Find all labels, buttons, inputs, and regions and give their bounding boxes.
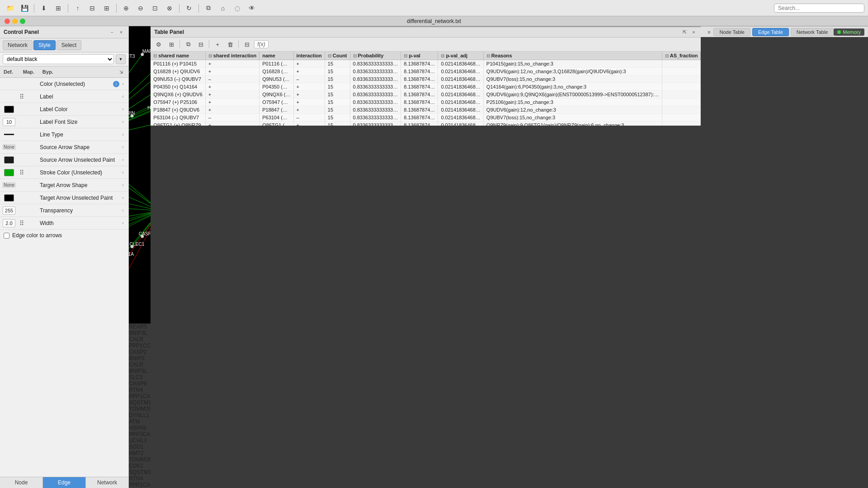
tt-add-icon[interactable]: + — [212, 39, 223, 50]
prop-arrow-source[interactable]: ‹ — [119, 145, 127, 150]
info-icon-color[interactable]: i — [113, 81, 119, 87]
svg-text:MAF: MAF — [142, 49, 151, 54]
bottom-tab-network[interactable]: Network — [86, 477, 128, 488]
tab-network[interactable]: Network — [3, 40, 33, 50]
import-icon[interactable]: ⬇ — [38, 2, 50, 14]
tt-function[interactable]: f(x) — [254, 40, 268, 48]
cell-prob: 0.8336333333333… — [350, 60, 401, 68]
table-row[interactable]: Q86TG1 (+) Q9NRZ9 + Q86TG1 (… + 15 0.833… — [151, 122, 701, 126]
zoom-out-icon[interactable]: ⊖ — [134, 2, 147, 14]
target-paint-swatch[interactable] — [4, 194, 14, 202]
zoom-fit-icon[interactable]: ⊡ — [149, 2, 161, 14]
network-table-tab[interactable]: Network Table — [791, 28, 834, 36]
cell-shared-int: – — [205, 114, 259, 122]
search-input[interactable] — [774, 4, 864, 13]
prop-arrow-target[interactable]: ‹ — [119, 183, 127, 188]
network-canvas[interactable]: TAF12 NHP50 CDC27 NCL TBP ETS1 MAF SDIT3… — [129, 26, 151, 324]
prop-arrow-label[interactable]: ‹ — [119, 94, 127, 99]
grid-icon[interactable]: ⊟ — [86, 2, 99, 14]
col-shared-name[interactable]: ⊟ shared name — [151, 52, 205, 60]
source-paint-swatch[interactable] — [4, 156, 14, 164]
refresh-icon[interactable]: ↻ — [183, 2, 195, 14]
close-panel-icon[interactable]: × — [118, 28, 125, 36]
save-icon[interactable]: 💾 — [18, 2, 31, 14]
col-count[interactable]: ⊟ Count — [325, 52, 350, 60]
zoom-in-icon[interactable]: ⊕ — [120, 2, 132, 14]
prop-arrow-width[interactable]: ‹ — [119, 221, 127, 225]
edge-table: ⊟ shared name ⊟ shared interaction — [151, 52, 701, 126]
table-row[interactable]: Q16828 (+) Q9UDV6 + Q16828 (… + 15 0.833… — [151, 68, 701, 75]
col-pval-adj[interactable]: ⊟ p-val_adj — [438, 52, 483, 60]
table-row[interactable]: P04350 (+) Q14164 + P04350 (… + 15 0.833… — [151, 83, 701, 91]
table-expand-icon[interactable]: ⇱ — [681, 28, 688, 36]
cell-name: Q9NU53 (… — [259, 75, 293, 83]
bottom-tab-edge[interactable]: Edge — [43, 477, 86, 488]
table-row[interactable]: Q9NQX6 (+) Q9UDV6 + Q9NQX6 (… + 15 0.833… — [151, 91, 701, 99]
prop-stroke-color: ⠿ Stroke Color (Unselected) ‹ — [0, 166, 128, 179]
style-dropdown[interactable]: default black — [3, 54, 114, 64]
table-row[interactable]: P01116 (+) P10415 + P01116 (… + 15 0.833… — [151, 60, 701, 68]
col-probability[interactable]: ⊟ Probability — [350, 52, 401, 60]
tt-merge-icon[interactable]: ⧉ — [183, 39, 193, 50]
stroke-color-swatch[interactable] — [4, 169, 14, 176]
svg-line-35 — [129, 121, 151, 141]
tt-settings-icon[interactable]: ⚙ — [153, 39, 164, 50]
props-collapse-icon[interactable]: ⇲ — [118, 68, 125, 75]
label-color-swatch[interactable] — [4, 106, 14, 113]
node-table-tab[interactable]: Node Table — [713, 28, 750, 36]
table-toolbar: ⚙ ⊞ ⧉ ⊟ + 🗑 ⊟ f(x) — [151, 38, 701, 52]
cell-pval-adj: 0.02141836468… — [438, 68, 483, 75]
tt-split-icon[interactable]: ⊟ — [195, 39, 206, 50]
prop-arrow-label-color[interactable]: ‹ — [119, 107, 127, 112]
minimize-panel-icon[interactable]: − — [108, 28, 116, 36]
eye-icon[interactable]: 👁 — [245, 2, 258, 14]
close-window-button[interactable] — [5, 19, 10, 24]
tab-select[interactable]: Select — [57, 40, 81, 50]
prop-arrow-font-size[interactable]: ‹ — [119, 119, 127, 124]
prop-arrow-source-paint[interactable]: ‹ — [119, 157, 127, 162]
bottom-tab-node[interactable]: Node — [0, 477, 43, 488]
table-row[interactable]: P63104 (–) Q9UBV7 – P63104 (… – 15 0.833… — [151, 114, 701, 122]
col-name[interactable]: name — [259, 52, 293, 60]
edge-table-tab[interactable]: Edge Table — [752, 28, 789, 36]
maximize-window-button[interactable] — [20, 19, 25, 24]
cell-count: 15 — [325, 106, 350, 114]
transparency-value[interactable]: 255 — [3, 206, 15, 215]
minimize-window-button[interactable] — [12, 19, 18, 24]
table-row[interactable]: Q9NU53 (–) Q9UBV7 – Q9NU53 (… – 15 0.833… — [151, 75, 701, 83]
home-icon[interactable]: ⌂ — [217, 2, 229, 14]
prop-arrow-color[interactable]: ‹ — [119, 81, 127, 86]
style-dropdown-arrow[interactable]: ▼ — [116, 54, 126, 64]
table-row[interactable]: P18847 (+) Q9UDV6 + P18847 (… + 15 0.833… — [151, 106, 701, 114]
edge-color-checkbox[interactable] — [4, 233, 9, 239]
list-icon[interactable]: ≡ — [704, 28, 713, 37]
tt-delete-icon[interactable]: 🗑 — [225, 39, 236, 50]
col-reasons[interactable]: ⊟ Reasons — [483, 52, 662, 60]
copy-icon[interactable]: ⧉ — [202, 2, 215, 14]
hide-icon[interactable]: ◌ — [231, 2, 244, 14]
col-as-fraction[interactable]: ⊟ AS_fraction — [662, 52, 701, 60]
zoom-reset-icon[interactable]: ⊗ — [163, 2, 176, 14]
width-value[interactable]: 2.0 — [3, 219, 15, 227]
table-close-icon[interactable]: × — [690, 28, 697, 36]
tt-columns-icon[interactable]: ⊞ — [166, 39, 177, 50]
prop-arrow-line-type[interactable]: ‹ — [119, 132, 127, 137]
table-icon[interactable]: ⊞ — [52, 2, 65, 14]
tt-link-icon[interactable]: ⊟ — [241, 39, 252, 50]
font-size-value[interactable]: 10 — [3, 118, 15, 126]
col-pval[interactable]: ⊟ p-val — [401, 52, 438, 60]
tab-style[interactable]: Style — [33, 40, 56, 50]
open-folder-icon[interactable]: 📁 — [4, 2, 16, 14]
prop-arrow-target-paint[interactable]: ‹ — [119, 195, 127, 200]
prop-arrow-transparency[interactable]: ‹ — [119, 208, 127, 213]
cell-count: 15 — [325, 68, 350, 75]
prop-arrow-stroke[interactable]: ‹ — [119, 170, 127, 175]
line-type-swatch[interactable] — [4, 134, 14, 135]
col-interaction[interactable]: interaction — [293, 52, 325, 60]
data-table[interactable]: ⊟ shared name ⊟ shared interaction — [151, 52, 701, 126]
table-row[interactable]: O75947 (+) P25106 + O75947 (… + 15 0.833… — [151, 99, 701, 106]
table2-icon[interactable]: ⊞ — [100, 2, 113, 14]
cell-as-fraction — [662, 114, 701, 122]
share-icon[interactable]: ↑ — [71, 2, 84, 14]
col-shared-interaction[interactable]: ⊟ shared interaction — [205, 52, 259, 60]
